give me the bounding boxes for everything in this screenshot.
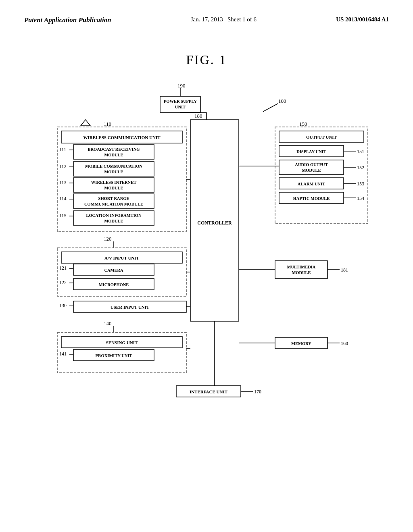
header-publication: Patent Application Publication xyxy=(24,16,111,24)
sensing-label: SENSING UNIT xyxy=(106,340,138,345)
svg-marker-6 xyxy=(81,120,90,126)
label-150: 150 xyxy=(299,121,307,127)
label-115: 115 xyxy=(59,213,67,218)
controller-label: CONTROLLER xyxy=(197,220,232,226)
location-label2: MODULE xyxy=(104,219,123,223)
wireless-internet-label2: MODULE xyxy=(104,186,123,190)
multimedia-label: MULTIMEDIA xyxy=(287,265,316,269)
camera-label: CAMERA xyxy=(104,268,123,272)
label-152: 152 xyxy=(357,165,364,170)
header-date-sheet: Jan. 17, 2013 Sheet 1 of 6 xyxy=(191,16,257,23)
label-121: 121 xyxy=(59,265,67,271)
output-label: OUTPUT UNIT xyxy=(306,135,337,139)
display-label: DISPLAY UNIT xyxy=(296,150,326,154)
label-110: 110 xyxy=(104,121,111,127)
interface-label: INTERFACE UNIT xyxy=(190,389,228,394)
multimedia-label2: MODULE xyxy=(292,270,311,275)
user-input-label: USER INPUT UNIT xyxy=(111,305,150,310)
wireless-comm-label: WIRELESS COMMUNICATION UNIT xyxy=(83,135,161,140)
microphone-label: MICROPHONE xyxy=(99,283,129,287)
broadcast-label: BROADCAST RECEIVING xyxy=(88,147,140,152)
label-122: 122 xyxy=(59,280,67,285)
label-113: 113 xyxy=(59,180,67,185)
svg-rect-1 xyxy=(160,96,200,112)
page: Patent Application Publication Jan. 17, … xyxy=(0,0,413,532)
label-111: 111 xyxy=(59,147,66,152)
svg-line-2 xyxy=(263,104,278,112)
label-100: 100 xyxy=(278,98,286,104)
diagram: 190 POWER SUPPLY UNIT 100 180 CONTROLLER… xyxy=(33,79,380,442)
label-130: 130 xyxy=(59,303,67,308)
mobile-comm-label: MOBILE COMMUNICATION xyxy=(85,164,142,168)
proximity-label: PROXIMITY UNIT xyxy=(96,353,132,358)
wireless-internet-label: WIRELESS INTERNET xyxy=(91,180,136,185)
label-114: 114 xyxy=(59,196,67,202)
header: Patent Application Publication Jan. 17, … xyxy=(0,0,413,28)
label-181: 181 xyxy=(341,267,348,273)
mobile-comm-label2: MODULE xyxy=(104,170,123,174)
label-140: 140 xyxy=(104,320,112,326)
header-patent-number: US 2013/0016484 A1 xyxy=(336,16,389,23)
label-160: 160 xyxy=(341,341,348,346)
memory-label: MEMORY xyxy=(291,341,311,346)
label-170: 170 xyxy=(254,389,261,395)
short-range-label: SHORT-RANGE xyxy=(98,196,129,201)
figure-title: FIG. 1 xyxy=(0,52,413,67)
label-154: 154 xyxy=(357,195,364,201)
short-range-label2: COMMUNICATION MODULE xyxy=(84,202,143,206)
label-180: 180 xyxy=(194,113,202,119)
label-190: 190 xyxy=(177,83,186,89)
location-label: LOCATION INFORAMTION xyxy=(86,213,142,218)
audio-label2: MODULE xyxy=(302,168,321,172)
alarm-label: ALARM UNIT xyxy=(298,182,325,186)
label-153: 153 xyxy=(357,181,364,187)
power-supply-label2: UNIT xyxy=(175,105,186,109)
haptic-label: HAPTIC MODULE xyxy=(293,196,330,201)
av-input-label: A/V INPUT UNIT xyxy=(104,256,139,260)
label-151: 151 xyxy=(357,149,364,154)
label-141: 141 xyxy=(59,351,67,357)
label-112: 112 xyxy=(59,164,67,169)
broadcast-label2: MODULE xyxy=(104,153,123,157)
label-120: 120 xyxy=(104,236,112,242)
svg-rect-51 xyxy=(275,261,327,278)
audio-label: AUDIO OUTPUT xyxy=(295,162,327,167)
power-supply-label: POWER SUPPLY xyxy=(164,99,197,104)
